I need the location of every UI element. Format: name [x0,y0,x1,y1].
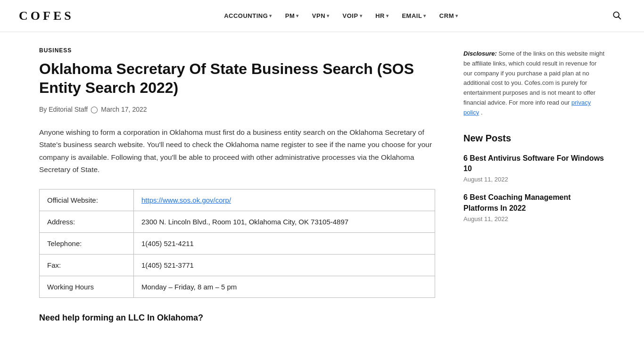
main-nav: ACCOUNTING▾PM▾VPN▾VOIP▾HR▾EMAIL▾CRM▾ [218,8,463,23]
nav-item-hr[interactable]: HR▾ [370,8,394,23]
table-value: 1(405) 521-3771 [134,255,435,276]
chevron-down-icon: ▾ [296,13,299,18]
chevron-down-icon: ▾ [360,13,363,18]
nav-item-accounting[interactable]: ACCOUNTING▾ [218,8,278,23]
table-row: Official Website:https://www.sos.ok.gov/… [40,189,435,211]
post-item-date: August 11, 2022 [463,215,605,222]
table-row: Telephone:1(405) 521-4211 [40,233,435,255]
table-value: 2300 N. Lincoln Blvd., Room 101, Oklahom… [134,211,435,233]
disclosure-title: Disclosure: [463,50,497,57]
table-row: Fax:1(405) 521-3771 [40,255,435,276]
table-value: Monday – Friday, 8 am – 5 pm [134,276,435,298]
nav-item-vpn[interactable]: VPN▾ [306,8,335,23]
article-meta: By Editorial Staff ◯ March 17, 2022 [39,106,435,113]
clock-icon: ◯ [91,106,98,113]
chevron-down-icon: ▾ [327,13,330,18]
logo[interactable]: COFES [19,9,74,23]
page-container: BUSINESS Oklahoma Secretary Of State Bus… [20,32,624,342]
table-label: Fax: [40,255,134,276]
article-author: By Editorial Staff [39,106,88,113]
disclosure-text: Some of the links on this website might … [463,50,604,106]
nav-item-voip[interactable]: VOIP▾ [337,8,368,23]
sidebar-posts: 6 Best Antivirus Software For Windows 10… [463,153,605,223]
nav-item-pm[interactable]: PM▾ [280,8,305,23]
post-item: 6 Best Antivirus Software For Windows 10… [463,153,605,183]
article-intro: Anyone wishing to form a corporation in … [39,126,435,176]
article-date: March 17, 2022 [101,106,147,113]
table-label: Working Hours [40,276,134,298]
svg-line-1 [619,16,621,19]
table-value: 1(405) 521-4211 [134,233,435,255]
post-item: 6 Best Coaching Management Platforms In … [463,192,605,222]
nav-item-email[interactable]: EMAIL▾ [396,8,431,23]
table-value[interactable]: https://www.sos.ok.gov/corp/ [134,189,435,211]
table-label: Telephone: [40,233,134,255]
table-label: Official Website: [40,189,134,211]
article-title: Oklahoma Secretary Of State Business Sea… [39,59,435,97]
table-row: Working HoursMonday – Friday, 8 am – 5 p… [40,276,435,298]
search-icon [612,10,621,20]
table-label: Address: [40,211,134,233]
section-heading: Need help forming an LLC In Oklahoma? [39,313,435,323]
info-table: Official Website:https://www.sos.ok.gov/… [39,189,435,298]
chevron-down-icon: ▾ [386,13,389,18]
new-posts-title: New Posts [463,133,605,144]
post-item-title[interactable]: 6 Best Coaching Management Platforms In … [463,192,605,214]
chevron-down-icon: ▾ [269,13,272,18]
disclosure-box: Disclosure: Some of the links on this we… [463,49,605,118]
site-header: COFES ACCOUNTING▾PM▾VPN▾VOIP▾HR▾EMAIL▾CR… [0,0,644,32]
search-icon-wrap[interactable] [608,7,625,25]
table-link[interactable]: https://www.sos.ok.gov/corp/ [141,196,231,204]
chevron-down-icon: ▾ [455,13,458,18]
post-item-title[interactable]: 6 Best Antivirus Software For Windows 10 [463,153,605,174]
main-content: BUSINESS Oklahoma Secretary Of State Bus… [39,47,435,327]
post-item-date: August 11, 2022 [463,176,605,183]
table-row: Address:2300 N. Lincoln Blvd., Room 101,… [40,211,435,233]
sidebar: Disclosure: Some of the links on this we… [463,47,605,327]
nav-item-crm[interactable]: CRM▾ [434,8,464,23]
category-label: BUSINESS [39,47,435,54]
disclosure-text-after: . [481,109,483,116]
chevron-down-icon: ▾ [423,13,426,18]
